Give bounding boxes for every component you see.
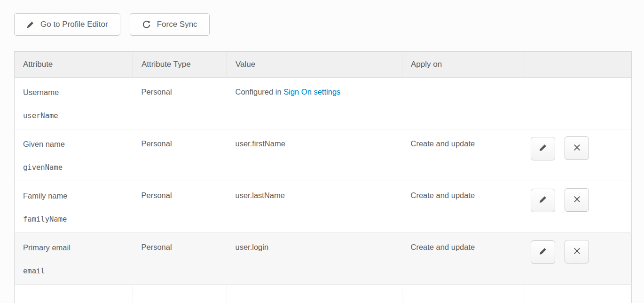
- go-to-profile-editor-button[interactable]: Go to Profile Editor: [14, 13, 120, 36]
- value-text: Configured in: [236, 88, 284, 96]
- sync-refresh-icon: [142, 20, 151, 29]
- actions-cell: [524, 233, 632, 285]
- apply-on-cell: [402, 285, 524, 303]
- pencil-icon: [26, 21, 34, 29]
- attribute-display-name: Given name: [23, 139, 133, 149]
- table-row-given-name: Given name givenName Personal user.first…: [15, 129, 632, 181]
- sign-on-settings-link[interactable]: Sign On settings: [283, 88, 340, 96]
- attribute-cell: Username userName: [15, 78, 133, 129]
- column-header-actions: [524, 52, 632, 78]
- toolbar: Go to Profile Editor Force Sync: [0, 0, 644, 36]
- attribute-cell: Primary email email: [15, 233, 133, 285]
- attribute-display-name: Username: [23, 88, 133, 97]
- table-row-family-name: Family name familyName Personal user.las…: [15, 181, 632, 233]
- x-icon: [573, 195, 581, 205]
- attribute-type-cell: [133, 285, 227, 303]
- attribute-display-name: Primary email: [23, 243, 133, 252]
- value-cell: Configured in Sign On settings: [227, 78, 402, 129]
- table-row-username: Username userName Personal Configured in…: [15, 78, 632, 129]
- edit-attribute-button[interactable]: [531, 137, 555, 160]
- attribute-type-cell: Personal: [133, 78, 227, 129]
- attribute-type-cell: Personal: [133, 233, 227, 285]
- actions-cell: [524, 78, 632, 129]
- remove-attribute-button[interactable]: [565, 240, 589, 263]
- value-cell: user.lastName: [227, 181, 402, 233]
- actions-cell: [524, 181, 632, 233]
- column-header-attribute: Attribute: [15, 52, 133, 78]
- value-cell: user.firstName: [227, 129, 402, 181]
- table-row-primary-email: Primary email email Personal user.login …: [15, 233, 632, 285]
- pencil-icon: [539, 195, 547, 205]
- attribute-display-name: Family name: [23, 191, 133, 200]
- value-cell: user.login: [227, 233, 402, 285]
- attribute-variable-name: email: [23, 267, 133, 275]
- apply-on-cell: Create and update: [402, 129, 524, 181]
- table-row-partial: [15, 285, 632, 303]
- x-icon: [573, 247, 581, 257]
- attribute-variable-name: familyName: [23, 215, 133, 223]
- force-sync-button[interactable]: Force Sync: [130, 13, 210, 36]
- apply-on-cell: Create and update: [402, 233, 524, 285]
- attribute-type-cell: Personal: [133, 181, 227, 233]
- edit-attribute-button[interactable]: [531, 240, 555, 264]
- go-to-profile-editor-label: Go to Profile Editor: [40, 20, 108, 29]
- force-sync-label: Force Sync: [157, 20, 197, 29]
- column-header-value: Value: [227, 52, 402, 78]
- apply-on-cell: [402, 78, 524, 129]
- attribute-variable-name: userName: [23, 112, 133, 120]
- actions-cell: [524, 129, 632, 181]
- x-icon: [573, 143, 581, 153]
- attribute-cell: [15, 285, 133, 303]
- value-cell: [227, 285, 402, 303]
- apply-on-cell: Create and update: [402, 181, 524, 233]
- pencil-icon: [539, 144, 547, 153]
- table-header-row: Attribute Attribute Type Value Apply on: [15, 52, 632, 78]
- actions-cell: [524, 285, 632, 303]
- remove-attribute-button[interactable]: [565, 188, 589, 212]
- column-header-apply-on: Apply on: [402, 52, 524, 78]
- attribute-type-cell: Personal: [133, 129, 227, 181]
- attribute-cell: Given name givenName: [15, 129, 133, 181]
- pencil-icon: [539, 247, 547, 257]
- attribute-variable-name: givenName: [23, 163, 133, 172]
- attribute-mapping-table: Attribute Attribute Type Value Apply on …: [14, 51, 632, 303]
- edit-attribute-button[interactable]: [531, 189, 555, 212]
- attribute-cell: Family name familyName: [15, 181, 133, 233]
- column-header-attribute-type: Attribute Type: [133, 52, 227, 78]
- remove-attribute-button[interactable]: [565, 136, 589, 160]
